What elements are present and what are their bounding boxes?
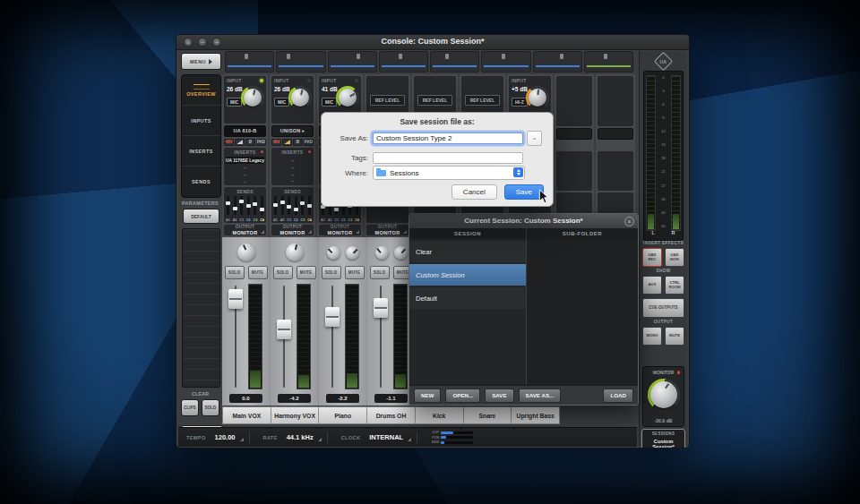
pan-knob-left[interactable] — [327, 246, 340, 260]
send-fader[interactable] — [227, 196, 229, 215]
session-list-item-selected[interactable]: Custom Session — [409, 264, 526, 286]
send-fader[interactable] — [234, 196, 236, 215]
insert-slot-empty[interactable]: + — [226, 172, 264, 178]
mute-button[interactable]: MUTE — [345, 266, 365, 279]
save-as-input[interactable] — [373, 132, 523, 144]
pan-knob-right[interactable] — [346, 246, 359, 260]
insert-slot-empty[interactable]: + — [273, 178, 312, 184]
channel-name[interactable]: Harmony VOX — [271, 407, 320, 423]
send-fader[interactable] — [261, 196, 263, 215]
pad-button[interactable]: PAD — [304, 139, 314, 147]
gain-knob[interactable] — [288, 86, 312, 109]
expand-chevron-icon[interactable]: ⌄ — [527, 131, 542, 146]
lowcut-filter-button[interactable] — [235, 139, 245, 147]
channel-name[interactable]: Drums OH — [367, 407, 416, 423]
clear-solo-button[interactable]: SOLO — [202, 399, 219, 416]
rate-value[interactable]: 44.1 kHz — [287, 433, 314, 441]
source-select[interactable]: MIC — [227, 98, 242, 107]
polarity-button[interactable]: Ø — [293, 139, 303, 147]
sidebar-item-sends[interactable]: SENDS — [182, 167, 220, 196]
send-fader[interactable] — [295, 196, 297, 215]
save-button[interactable]: SAVE — [485, 389, 513, 403]
mute-button[interactable]: MUTE — [665, 327, 684, 346]
tempo-value[interactable]: 120.00 — [215, 433, 236, 441]
insert-slot-empty[interactable]: + — [273, 157, 312, 163]
fader-handle[interactable] — [325, 307, 340, 327]
source-select[interactable]: MIC — [274, 98, 289, 107]
pan-knob-right[interactable] — [394, 246, 408, 260]
session-window-title[interactable]: Current Session: Custom Session* — [409, 214, 638, 229]
pan-knob[interactable] — [237, 243, 255, 261]
clock-value[interactable]: INTERNAL — [369, 433, 403, 441]
session-list-item[interactable]: Default — [409, 287, 526, 309]
send-fader[interactable] — [254, 196, 256, 215]
gain-knob[interactable] — [526, 86, 549, 109]
polarity-button[interactable]: Ø — [245, 139, 255, 147]
close-icon[interactable]: × — [624, 217, 634, 226]
window-titlebar[interactable]: × − + Console: Custom Session* — [176, 35, 689, 50]
channel-name[interactable]: Snare — [464, 407, 512, 423]
ctrl-room-button[interactable]: CTRL ROOM — [665, 276, 684, 295]
ref-level-button[interactable]: REF LEVEL — [417, 95, 452, 106]
fader-handle[interactable] — [374, 298, 388, 318]
channel-name[interactable]: Kick — [416, 407, 464, 423]
uad-mon-button[interactable]: UAD MON — [665, 248, 684, 267]
insert-slot-empty[interactable]: + — [273, 164, 312, 170]
stepper-icon[interactable] — [513, 167, 523, 177]
sidebar-item-inserts[interactable]: INSERTS — [182, 136, 220, 167]
source-select[interactable]: MIC — [322, 98, 337, 107]
unison-slot[interactable]: UNISON ▸ — [271, 125, 314, 136]
sidebar-item-inputs[interactable]: INPUTS — [182, 106, 220, 136]
load-button[interactable]: LOAD — [603, 389, 633, 403]
insert-slot-empty[interactable]: + — [226, 165, 264, 171]
output-assign-button[interactable]: OUTPUT MONITOR — [366, 225, 408, 235]
channel-name[interactable]: Piano — [319, 407, 367, 423]
preamp-device-label[interactable]: UA 610-B — [224, 125, 266, 136]
save-as-button[interactable]: SAVE AS... — [519, 389, 562, 403]
insert-slot-empty[interactable]: + — [226, 178, 264, 184]
send-fader[interactable] — [308, 196, 311, 215]
ref-level-button[interactable]: REF LEVEL — [370, 95, 405, 106]
mute-button[interactable]: MUTE — [248, 266, 268, 279]
send-fader[interactable] — [281, 196, 284, 215]
gain-knob[interactable] — [241, 86, 264, 109]
send-fader[interactable] — [288, 196, 290, 215]
send-fader[interactable] — [240, 196, 243, 215]
clear-clips-button[interactable]: CLIPS — [181, 399, 199, 416]
channel-name[interactable]: Main VOX — [223, 407, 271, 423]
phantom-48v-button[interactable]: 48V — [224, 139, 234, 147]
subfolder-pane[interactable] — [526, 239, 638, 385]
sessions-button[interactable]: SESSIONS Custom Session* — [641, 429, 685, 448]
channel-name[interactable]: Upright Bass — [512, 407, 559, 423]
solo-button[interactable]: SOLO — [273, 266, 293, 279]
where-select[interactable]: Sessions — [373, 166, 525, 180]
cue-outputs-button[interactable]: CUE OUTPUTS — [642, 298, 684, 318]
pan-knob-left[interactable] — [375, 246, 389, 260]
uad-rec-button[interactable]: UAD REC — [642, 248, 662, 267]
send-faders[interactable] — [274, 196, 311, 215]
fader-handle[interactable] — [277, 320, 291, 339]
solo-button[interactable]: SOLO — [225, 266, 245, 279]
output-assign-button[interactable]: OUTPUT MONITOR — [319, 225, 361, 235]
ref-level-button[interactable]: REF LEVEL — [465, 95, 500, 106]
new-button[interactable]: NEW — [414, 389, 441, 403]
solo-button[interactable]: SOLO — [370, 266, 390, 279]
aux-button[interactable]: AUX — [642, 276, 662, 295]
output-assign-button[interactable]: OUTPUT MONITOR — [224, 225, 266, 235]
mute-button[interactable]: MUTE — [297, 266, 316, 279]
fader-handle[interactable] — [228, 289, 243, 309]
mono-button[interactable]: MONO — [642, 327, 662, 346]
monitor-knob[interactable] — [648, 379, 680, 411]
solo-button[interactable]: SOLO — [322, 266, 341, 279]
gain-knob[interactable] — [336, 86, 359, 109]
insert-slot[interactable]: UA 1176SE Legacy — [226, 157, 264, 164]
default-button[interactable]: DEFAULT — [183, 209, 219, 224]
phantom-48v-button[interactable]: 48V — [271, 139, 281, 147]
session-list-item[interactable]: Clear — [409, 241, 526, 262]
send-fader[interactable] — [301, 196, 304, 215]
menu-button[interactable]: MENU — [181, 53, 221, 70]
sidebar-item-overview[interactable]: OVERVIEW — [182, 75, 220, 106]
insert-slot-empty[interactable]: + — [273, 171, 312, 177]
overview-strip[interactable] — [225, 51, 633, 73]
send-fader[interactable] — [274, 196, 277, 215]
